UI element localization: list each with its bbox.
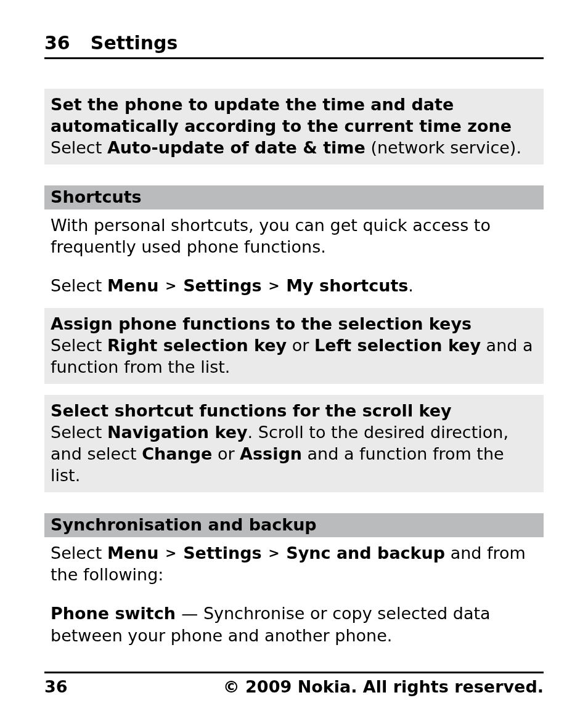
manual-page: 36 Settings Set the phone to update the … [0,0,588,727]
ui-term-navigation-key: Navigation key [107,423,248,442]
footer-copyright: © 2009 Nokia. All rights reserved. [223,677,544,696]
callout-auto-update: Set the phone to update the time and dat… [44,89,544,164]
chevron-right-icon: > [267,545,280,561]
callout-body: Select Right selection key or Left selec… [51,336,533,376]
page-footer: 36 © 2009 Nokia. All rights reserved. [44,672,544,696]
section-header-shortcuts: Shortcuts [44,185,544,209]
sync-item-phone-switch: Phone switch — Synchronise or copy selec… [44,603,544,646]
chevron-right-icon: > [164,278,178,293]
footer-page-number: 36 [44,677,68,696]
nav-settings: Settings [183,276,261,295]
shortcuts-intro: With personal shortcuts, you can get qui… [44,214,544,258]
nav-menu: Menu [107,276,159,295]
ui-term-assign: Assign [240,444,302,463]
nav-sync-backup: Sync and backup [286,543,445,563]
callout-title: Set the phone to update the time and dat… [51,94,537,137]
chevron-right-icon: > [164,545,178,561]
header-page-number: 36 [44,32,70,54]
chevron-right-icon: > [267,278,280,293]
ui-term-auto-update: Auto-update of date & time [107,138,365,157]
ui-term-left-selection-key: Left selection key [314,336,481,355]
nav-settings: Settings [183,543,261,563]
callout-assign-selection-keys: Assign phone functions to the selection … [44,308,544,384]
page-header: 36 Settings [44,32,544,59]
callout-title: Assign phone functions to the selection … [51,313,537,335]
ui-term-change: Change [142,444,212,463]
section-header-sync: Synchronisation and backup [44,513,544,537]
sync-path: Select Menu > Settings > Sync and backup… [44,542,544,585]
callout-title: Select shortcut functions for the scroll… [51,400,537,421]
nav-my-shortcuts: My shortcuts [286,276,408,295]
ui-term-right-selection-key: Right selection key [107,336,287,355]
nav-menu: Menu [107,543,159,563]
header-section-title: Settings [91,32,178,54]
shortcuts-path: Select Menu > Settings > My shortcuts. [44,275,544,296]
item-name: Phone switch [51,604,181,623]
callout-body: Select Navigation key. Scroll to the des… [51,423,508,485]
callout-body: Select Auto-update of date & time (netwo… [51,138,521,157]
callout-scroll-key: Select shortcut functions for the scroll… [44,395,544,492]
